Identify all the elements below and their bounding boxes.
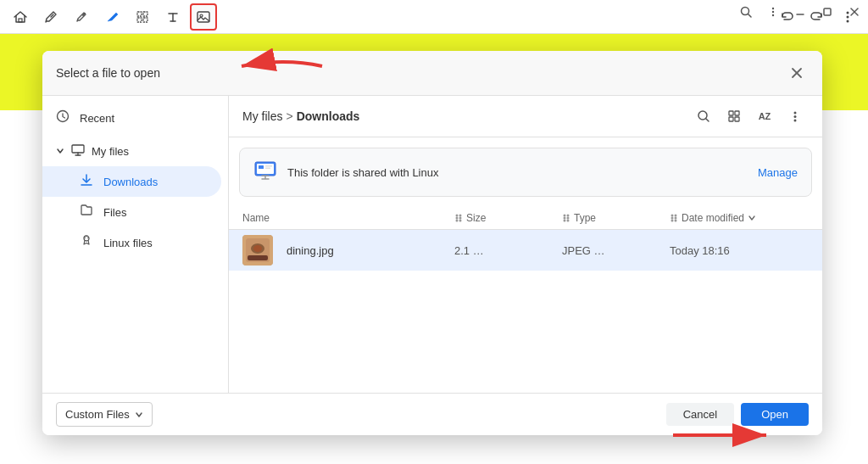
col-size-header: Size xyxy=(454,212,559,224)
open-button[interactable]: Open xyxy=(741,403,809,426)
sidebar: Recent xyxy=(42,96,229,393)
svg-point-69 xyxy=(675,217,677,220)
svg-rect-17 xyxy=(198,12,209,22)
svg-rect-48 xyxy=(265,165,272,167)
svg-point-66 xyxy=(671,217,674,220)
svg-point-42 xyxy=(794,112,797,115)
dialog-title: Select a file to open xyxy=(56,66,160,80)
file-name-cell: dining.jpg xyxy=(242,235,451,266)
svg-rect-40 xyxy=(729,117,733,121)
highlighter-icon[interactable] xyxy=(98,3,125,31)
svg-point-56 xyxy=(459,215,462,217)
svg-point-61 xyxy=(564,220,566,222)
text-icon[interactable] xyxy=(159,3,186,31)
svg-point-68 xyxy=(675,215,677,217)
recent-label: Recent xyxy=(80,112,114,125)
sort-label: AZ xyxy=(759,111,771,121)
file-more-button[interactable] xyxy=(782,103,809,130)
my-files-chevron xyxy=(56,145,64,158)
file-list-header: Name Size Type Date modified xyxy=(229,207,822,230)
svg-point-43 xyxy=(794,115,797,118)
sidebar-item-recent[interactable]: Recent xyxy=(42,103,221,133)
svg-point-4 xyxy=(772,14,774,16)
file-name: dining.jpg xyxy=(287,244,334,257)
sidebar-item-linux[interactable]: Linux files xyxy=(42,227,221,258)
downloads-icon xyxy=(80,173,93,190)
window-maximize-button[interactable] xyxy=(814,0,841,24)
svg-point-3 xyxy=(772,11,774,13)
file-type-cell: JPEG … xyxy=(562,244,666,257)
col-name-header: Name xyxy=(242,212,451,224)
svg-point-30 xyxy=(198,179,199,181)
file-sort-button[interactable]: AZ xyxy=(751,103,778,130)
image-icon[interactable] xyxy=(190,3,217,31)
svg-point-64 xyxy=(567,220,570,222)
col-type-header: Type xyxy=(562,212,666,224)
svg-point-58 xyxy=(459,220,462,222)
pen-icon[interactable] xyxy=(37,3,64,31)
svg-rect-39 xyxy=(735,111,739,115)
my-files-computer-icon xyxy=(71,143,85,159)
svg-line-37 xyxy=(706,119,709,121)
window-minimize-button[interactable] xyxy=(787,0,814,24)
window-search-button[interactable] xyxy=(732,0,760,24)
linux-sharing-notice: This folder is shared with Linux Manage xyxy=(239,148,812,197)
breadcrumb-separator: > xyxy=(286,109,292,123)
my-files-label: My files xyxy=(92,145,129,158)
breadcrumb-root: My files xyxy=(242,109,282,123)
svg-point-74 xyxy=(253,245,262,252)
dialog-footer: Custom Files Cancel Open xyxy=(42,393,822,435)
files-icon xyxy=(80,204,93,221)
file-area: My files > Downloads xyxy=(229,96,822,393)
file-thumbnail xyxy=(242,235,273,266)
file-picker-dialog: Select a file to open xyxy=(42,51,822,435)
sidebar-item-downloads[interactable]: Downloads xyxy=(42,166,221,197)
linux-manage-button[interactable]: Manage xyxy=(758,166,798,179)
home-icon[interactable] xyxy=(7,3,34,31)
svg-rect-26 xyxy=(72,145,84,153)
custom-files-label: Custom Files xyxy=(65,408,130,421)
svg-point-34 xyxy=(85,238,86,238)
marker-icon[interactable] xyxy=(68,3,95,31)
svg-rect-47 xyxy=(259,165,264,169)
sidebar-my-files[interactable]: My files xyxy=(42,137,228,166)
window-menu-button[interactable] xyxy=(760,0,787,24)
svg-rect-6 xyxy=(824,8,831,15)
svg-rect-49 xyxy=(265,168,270,170)
files-label: Files xyxy=(103,206,126,219)
svg-point-62 xyxy=(567,215,570,217)
svg-point-18 xyxy=(200,14,203,17)
svg-point-59 xyxy=(564,215,566,217)
footer-buttons: Cancel Open xyxy=(666,403,809,426)
linux-notice-icon xyxy=(253,159,277,186)
cancel-button[interactable]: Cancel xyxy=(666,403,734,426)
svg-point-44 xyxy=(794,120,797,122)
svg-point-67 xyxy=(671,220,674,222)
svg-point-57 xyxy=(459,217,462,220)
window-controls xyxy=(732,0,868,24)
sidebar-item-files[interactable]: Files xyxy=(42,197,221,227)
window-close-button[interactable] xyxy=(841,0,868,24)
svg-rect-13 xyxy=(143,18,147,22)
table-row[interactable]: dining.jpg 2.1 … JPEG … Today 18:16 xyxy=(229,230,822,271)
file-grid-view-button[interactable] xyxy=(721,103,748,130)
svg-point-54 xyxy=(456,217,459,220)
file-search-button[interactable] xyxy=(690,103,717,130)
breadcrumb-current: Downloads xyxy=(297,109,360,123)
file-date-cell: Today 18:16 xyxy=(670,244,809,257)
custom-files-dropdown[interactable]: Custom Files xyxy=(56,402,153,427)
file-toolbar: My files > Downloads xyxy=(229,96,822,137)
file-size-cell: 2.1 … xyxy=(454,244,559,257)
svg-point-53 xyxy=(456,215,459,217)
dialog-close-button[interactable] xyxy=(785,61,809,85)
file-date: Today 18:16 xyxy=(670,244,730,257)
svg-point-35 xyxy=(87,238,88,238)
svg-point-70 xyxy=(675,220,677,222)
dialog-body: Recent xyxy=(42,96,822,393)
svg-point-31 xyxy=(201,179,203,181)
svg-point-2 xyxy=(772,8,774,9)
select-icon[interactable] xyxy=(129,3,156,31)
file-type: JPEG … xyxy=(562,244,605,257)
file-size: 2.1 … xyxy=(454,244,484,257)
svg-point-63 xyxy=(567,217,570,220)
